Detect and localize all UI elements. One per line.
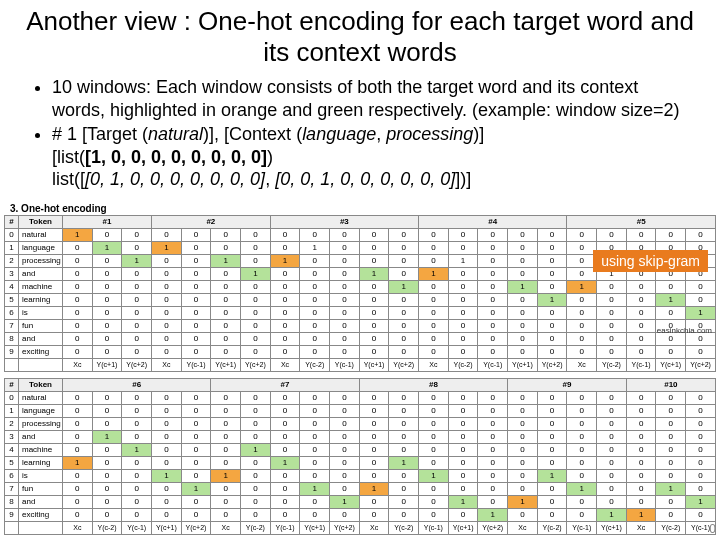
credit-text: easinkchia.com: [657, 326, 712, 335]
section-label: 3. One-hot encoding: [10, 203, 716, 214]
slide-title: Another view : One-hot encoding for each…: [0, 0, 720, 76]
encoding-table-top: #Token#1#2#3#4#50natural1000000000000000…: [4, 215, 716, 372]
page-number: 0: [709, 522, 716, 536]
bullet-2: # 1 [Target (natural)], [Context (langua…: [52, 123, 690, 191]
callout-skip-gram: using skip-gram: [593, 250, 708, 272]
bullet-1: 10 windows: Each window consists of both…: [52, 76, 690, 121]
encoding-table-bottom: #Token#6#7#8#9#100natural000000000000000…: [4, 378, 716, 535]
bullet-list: 10 windows: Each window consists of both…: [0, 76, 720, 201]
